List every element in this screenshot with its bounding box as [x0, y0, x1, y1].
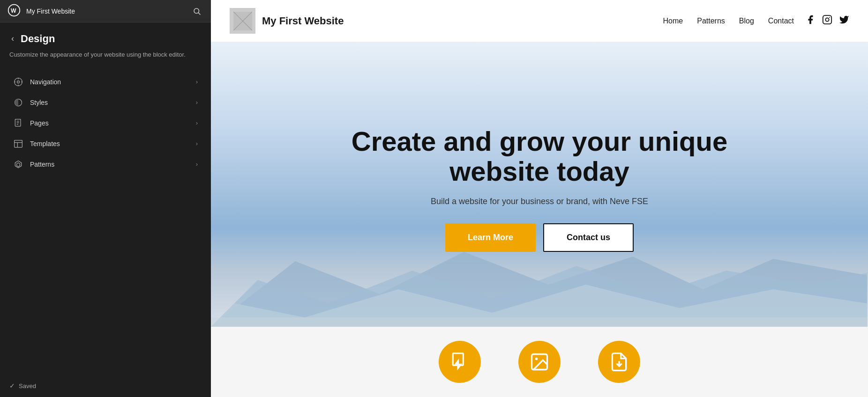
lightning-icon [449, 352, 470, 372]
saved-check-icon: ✓ [9, 382, 15, 390]
navigation-icon [13, 77, 23, 87]
nav-blog[interactable]: Blog [739, 17, 754, 25]
sidebar-item-styles[interactable]: Styles › [4, 93, 207, 112]
svg-point-2 [194, 8, 199, 14]
sidebar-item-pages[interactable]: Pages › [4, 113, 207, 133]
svg-marker-19 [17, 162, 20, 166]
styles-icon [13, 97, 23, 108]
bottom-icon-3 [598, 341, 640, 383]
templates-icon [13, 139, 23, 149]
hero-content: Create and grow your unique website toda… [310, 108, 769, 261]
svg-text:W: W [11, 7, 16, 14]
wp-logo[interactable]: W [7, 4, 21, 19]
sidebar-title: Design [21, 33, 55, 45]
svg-rect-23 [823, 15, 831, 24]
back-button[interactable]: ‹ [9, 32, 16, 45]
topbar-title: My First Website [26, 7, 185, 15]
svg-point-25 [829, 17, 830, 18]
svg-point-32 [535, 358, 538, 360]
learn-more-button[interactable]: Learn More [445, 223, 536, 252]
bottom-section [211, 327, 868, 397]
svg-rect-29 [211, 317, 867, 327]
site-nav: Home Patterns Blog Contact [663, 17, 794, 25]
svg-point-24 [825, 18, 829, 21]
sidebar-item-templates[interactable]: Templates › [4, 134, 207, 154]
download-doc-icon [609, 352, 629, 372]
site-logo-area: My First Website [230, 8, 344, 34]
bottom-icon-1 [439, 341, 481, 383]
templates-label: Templates [30, 140, 189, 147]
sidebar-item-navigation[interactable]: Navigation › [4, 72, 207, 92]
svg-point-5 [17, 81, 20, 83]
sidebar-header: ‹ Design [0, 22, 211, 50]
hero-title: Create and grow your unique website toda… [329, 126, 750, 186]
site-name: My First Website [262, 15, 344, 27]
contact-us-button[interactable]: Contact us [543, 223, 634, 252]
search-button[interactable] [190, 5, 203, 18]
facebook-icon[interactable] [805, 15, 816, 27]
pages-icon [13, 118, 23, 128]
sidebar-description: Customize the appearance of your website… [0, 50, 211, 69]
hero-buttons: Learn More Contact us [329, 223, 750, 252]
svg-line-3 [198, 13, 200, 15]
instagram-icon[interactable] [822, 15, 832, 27]
templates-chevron: › [196, 140, 198, 147]
site-header: My First Website Home Patterns Blog Cont… [211, 0, 868, 42]
styles-chevron: › [196, 99, 198, 106]
styles-label: Styles [30, 99, 189, 106]
pages-chevron: › [196, 119, 198, 126]
main-preview: My First Website Home Patterns Blog Cont… [211, 0, 868, 397]
nav-contact[interactable]: Contact [768, 17, 794, 25]
twitter-icon[interactable] [839, 15, 849, 27]
site-logo [230, 8, 255, 34]
sidebar-topbar: W My First Website [0, 0, 211, 22]
navigation-label: Navigation [30, 78, 189, 86]
sidebar-nav: Navigation › Styles › [0, 69, 211, 177]
social-icons [805, 15, 849, 27]
patterns-label: Patterns [30, 161, 189, 168]
image-icon [529, 352, 550, 372]
pages-label: Pages [30, 119, 189, 127]
bottom-icon-2 [518, 341, 561, 383]
nav-patterns[interactable]: Patterns [697, 17, 725, 25]
sidebar-item-patterns[interactable]: Patterns › [4, 154, 207, 174]
patterns-chevron: › [196, 161, 198, 168]
sidebar-footer: ✓ Saved [9, 382, 36, 390]
saved-label: Saved [19, 382, 36, 390]
nav-home[interactable]: Home [663, 17, 683, 25]
patterns-icon [13, 159, 23, 169]
hero-subtitle: Build a website for your business or bra… [329, 197, 750, 206]
navigation-chevron: › [196, 78, 198, 85]
hero-section: Create and grow your unique website toda… [211, 42, 868, 327]
sidebar: W My First Website ‹ Design Customize th… [0, 0, 211, 397]
svg-rect-15 [15, 140, 22, 147]
